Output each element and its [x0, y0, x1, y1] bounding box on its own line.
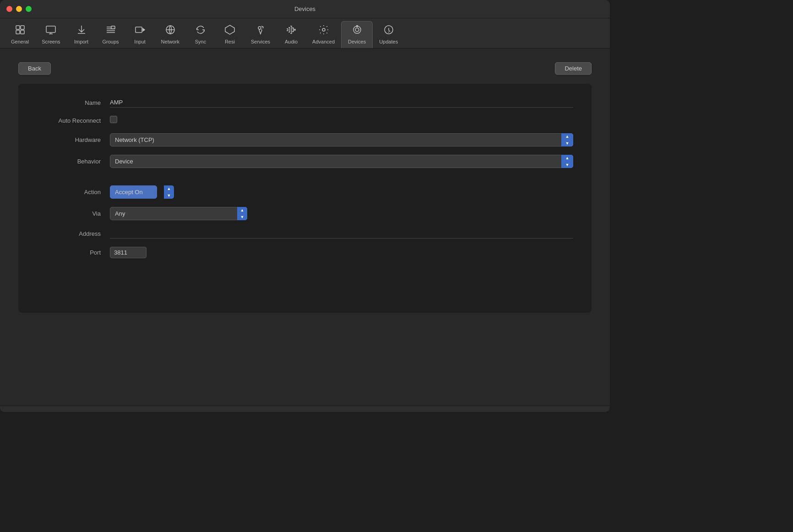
toolbar-label-groups: Groups	[103, 39, 119, 44]
action-label: Action	[37, 189, 110, 195]
advanced-icon	[318, 24, 329, 37]
action-row-form: Action Accept On Accept Off Send On Send…	[37, 185, 573, 199]
auto-reconnect-label: Auto Reconnect	[37, 117, 110, 124]
toolbar-item-resi[interactable]: Resi	[215, 21, 244, 48]
address-control	[110, 228, 573, 239]
behavior-control: Device Trigger Feedback ▲ ▼	[110, 155, 573, 168]
general-icon	[15, 24, 26, 37]
bottom-bar: + MIDI Map DMX Map	[0, 406, 610, 412]
name-label: Name	[37, 99, 110, 106]
window-title: Devices	[294, 5, 315, 12]
toolbar-item-groups[interactable]: Groups	[96, 21, 125, 48]
behavior-select[interactable]: Device Trigger Feedback	[110, 155, 573, 168]
port-row: Port	[37, 247, 573, 258]
address-input[interactable]	[110, 228, 573, 239]
titlebar: Devices	[0, 0, 610, 18]
toolbar-label-audio: Audio	[285, 39, 298, 44]
hardware-row: Hardware Network (TCP) Serial Ethernet ▲…	[37, 133, 573, 147]
address-row: Address	[37, 228, 573, 239]
auto-reconnect-row: Auto Reconnect	[37, 116, 573, 125]
name-control	[110, 98, 573, 108]
toolbar-item-network[interactable]: Network	[155, 21, 186, 48]
action-stepper: ▲ ▼	[164, 185, 174, 199]
action-select-wrapper: Accept On Accept Off Send On Send Off ▲ …	[110, 185, 174, 199]
audio-icon	[286, 24, 297, 37]
toolbar-item-screens[interactable]: Screens	[35, 21, 66, 48]
svg-marker-11	[143, 28, 145, 31]
svg-point-16	[353, 26, 361, 33]
traffic-lights	[6, 6, 32, 12]
svg-rect-4	[46, 26, 55, 33]
svg-marker-13	[225, 25, 234, 34]
services-icon	[255, 24, 266, 37]
auto-reconnect-checkbox[interactable]	[110, 116, 117, 123]
toolbar-label-sync: Sync	[195, 39, 206, 44]
toolbar-label-import: Import	[74, 39, 88, 44]
hardware-label: Hardware	[37, 136, 110, 143]
screens-icon	[45, 24, 56, 37]
auto-reconnect-control	[110, 116, 573, 125]
toolbar-item-audio[interactable]: Audio	[277, 21, 306, 48]
toolbar-label-general: General	[11, 39, 29, 44]
svg-rect-9	[111, 26, 115, 29]
toolbar-item-import[interactable]: Import	[67, 21, 96, 48]
toolbar-label-resi: Resi	[225, 39, 235, 44]
toolbar-item-sync[interactable]: Sync	[186, 21, 215, 48]
toolbar-item-services[interactable]: Services	[244, 21, 277, 48]
action-control: Accept On Accept Off Send On Send Off ▲ …	[110, 185, 573, 199]
svg-rect-10	[136, 27, 142, 33]
import-icon	[76, 24, 87, 37]
action-select[interactable]: Accept On Accept Off Send On Send Off	[110, 185, 157, 199]
via-select[interactable]: Any TCP UDP	[110, 207, 247, 220]
action-stepper-up: ▲	[164, 185, 174, 192]
back-button[interactable]: Back	[18, 62, 51, 75]
toolbar-label-advanced: Advanced	[312, 39, 335, 44]
port-label: Port	[37, 249, 110, 256]
toolbar-item-advanced[interactable]: Advanced	[306, 21, 341, 48]
resi-icon	[224, 24, 235, 37]
name-row: Name	[37, 98, 573, 108]
behavior-row: Behavior Device Trigger Feedback ▲ ▼	[37, 155, 573, 168]
delete-button[interactable]: Delete	[555, 62, 592, 75]
action-stepper-down: ▼	[164, 192, 174, 199]
via-select-wrapper: Any TCP UDP ▲ ▼	[110, 207, 247, 220]
svg-point-17	[355, 28, 359, 32]
port-input[interactable]	[110, 247, 147, 258]
minimize-button[interactable]	[16, 6, 22, 12]
toolbar-label-network: Network	[161, 39, 179, 44]
close-button[interactable]	[6, 6, 12, 12]
devices-icon	[352, 24, 363, 37]
svg-rect-2	[16, 30, 20, 34]
via-row: Via Any TCP UDP ▲ ▼	[37, 207, 573, 220]
name-input[interactable]	[110, 98, 573, 108]
form-panel: Name Auto Reconnect Hardware Network (TC…	[18, 84, 592, 313]
toolbar-item-general[interactable]: General	[5, 21, 35, 48]
toolbar-label-updates: Updates	[379, 39, 398, 44]
svg-point-14	[258, 27, 261, 29]
svg-rect-0	[16, 26, 20, 29]
address-label: Address	[37, 230, 110, 237]
svg-rect-3	[21, 30, 24, 34]
svg-point-18	[356, 26, 358, 27]
network-icon	[165, 24, 176, 37]
toolbar-item-devices[interactable]: Devices	[341, 21, 373, 48]
port-control	[110, 247, 573, 258]
action-row: Back Delete	[18, 62, 592, 75]
toolbar-label-screens: Screens	[42, 39, 60, 44]
toolbar-label-devices: Devices	[348, 39, 366, 44]
input-icon	[135, 24, 146, 37]
hardware-control: Network (TCP) Serial Ethernet ▲ ▼	[110, 133, 573, 147]
groups-icon	[105, 24, 116, 37]
svg-point-15	[322, 28, 325, 31]
toolbar-label-input: Input	[134, 39, 145, 44]
svg-rect-1	[21, 26, 24, 29]
sync-icon	[195, 24, 206, 37]
updates-icon	[383, 24, 394, 37]
hardware-select[interactable]: Network (TCP) Serial Ethernet	[110, 133, 573, 147]
toolbar: General Screens Import	[0, 18, 610, 49]
via-control: Any TCP UDP ▲ ▼	[110, 207, 573, 220]
maximize-button[interactable]	[26, 6, 32, 12]
toolbar-item-updates[interactable]: Updates	[373, 21, 404, 48]
toolbar-label-services: Services	[251, 39, 270, 44]
toolbar-item-input[interactable]: Input	[125, 21, 155, 48]
